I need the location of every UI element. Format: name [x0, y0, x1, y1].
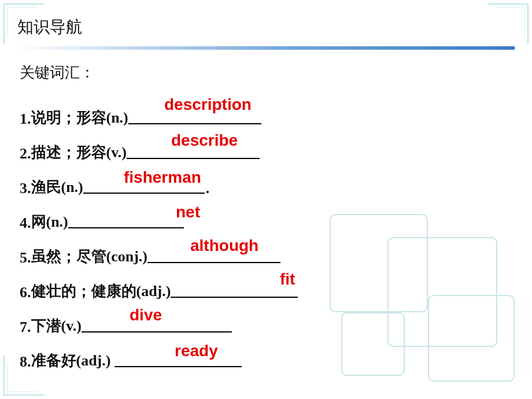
item-answer: description	[164, 95, 252, 114]
item-number: 7.	[20, 319, 31, 336]
list-item: 4. 网(n.) net	[20, 197, 515, 232]
item-number: 8.	[20, 353, 31, 371]
blank-line	[82, 331, 232, 332]
list-item: 2. 描述；形容(v.) describe	[20, 128, 515, 162]
nav-title: 知识导航	[17, 16, 515, 38]
blank-line	[147, 262, 280, 263]
list-item: 3. 渔民(n.) . fisherman	[20, 162, 515, 197]
slide: 知识导航 关键词汇： 1. 说明；形容(n.) description 2. 描…	[0, 0, 532, 399]
item-prompt: 渔民(n.)	[31, 177, 83, 197]
list-item: 1. 说明；形容(n.) description	[20, 93, 515, 128]
blank-line	[68, 227, 184, 228]
item-prompt: 描述；形容(v.)	[31, 142, 127, 162]
blank-line	[83, 193, 205, 194]
blank-line	[114, 366, 242, 367]
item-answer: fit	[280, 270, 295, 289]
item-answer: describe	[171, 131, 238, 150]
item-prompt: 虽然；尽管(conj.)	[31, 246, 147, 267]
item-prompt: 准备好(adj.)	[31, 350, 114, 371]
vocab-list: 1. 说明；形容(n.) description 2. 描述；形容(v.) de…	[20, 93, 515, 371]
item-trail: .	[206, 180, 210, 197]
item-number: 5.	[20, 249, 31, 267]
item-number: 3.	[20, 180, 31, 197]
item-prompt: 网(n.)	[31, 212, 68, 232]
item-answer: ready	[175, 342, 218, 360]
list-item: 7. 下潜(v.) dive	[20, 301, 515, 336]
item-answer: fisherman	[124, 168, 201, 187]
item-number: 1.	[20, 110, 31, 128]
item-prompt: 说明；形容(n.)	[31, 108, 128, 128]
list-item: 5. 虽然；尽管(conj.) although	[20, 232, 515, 267]
item-number: 4.	[20, 215, 31, 232]
item-number: 6.	[20, 284, 31, 301]
list-item: 6. 健壮的；健康的(adj.) fit	[20, 267, 515, 301]
blank-line	[171, 297, 298, 298]
divider-bar	[17, 46, 515, 50]
item-prompt: 健壮的；健康的(adj.)	[31, 281, 171, 301]
item-answer: net	[176, 203, 200, 221]
blank-line	[128, 123, 261, 124]
item-number: 2.	[20, 145, 31, 162]
item-prompt: 下潜(v.)	[31, 316, 82, 336]
section-heading: 关键词汇：	[20, 62, 515, 83]
list-item: 8. 准备好(adj.) ready	[20, 336, 515, 371]
item-answer: although	[190, 237, 258, 255]
item-answer: dive	[130, 306, 162, 324]
blank-line	[127, 158, 260, 159]
